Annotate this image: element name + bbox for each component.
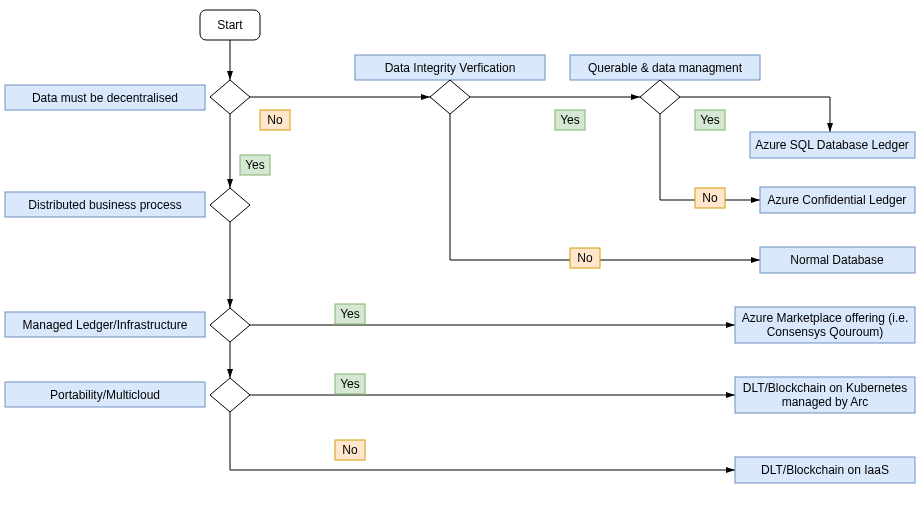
result-k8s-label2: managed by Arc — [782, 395, 869, 409]
decision-d3 — [640, 80, 680, 114]
start-label: Start — [217, 18, 243, 32]
flowchart: Start Data must be decentralised No Data… — [0, 0, 921, 511]
decision-d5 — [210, 308, 250, 342]
decision-d1 — [210, 80, 250, 114]
no-d3-label: No — [702, 191, 718, 205]
result-iaas-label: DLT/Blockchain on IaaS — [761, 463, 889, 477]
yes-d3-label: Yes — [700, 113, 720, 127]
question-integrity-label: Data Integrity Verfication — [385, 61, 516, 75]
yes-d5-label: Yes — [340, 307, 360, 321]
decision-d4 — [210, 188, 250, 222]
question-querable-label: Querable & data managment — [588, 61, 743, 75]
yes-d6-label: Yes — [340, 377, 360, 391]
question-decentralised-label: Data must be decentralised — [32, 91, 178, 105]
decision-d6 — [210, 378, 250, 412]
decision-d2 — [430, 80, 470, 114]
yes-d2-label: Yes — [560, 113, 580, 127]
no-d1-label: No — [267, 113, 283, 127]
result-normal-db-label: Normal Database — [790, 253, 884, 267]
question-managed-label: Managed Ledger/Infrastructure — [23, 318, 188, 332]
no-d2-label: No — [577, 251, 593, 265]
result-marketplace-label1: Azure Marketplace offering (i.e. — [742, 311, 909, 325]
result-sql-ledger-label: Azure SQL Database Ledger — [755, 138, 909, 152]
yes-d1-label: Yes — [245, 158, 265, 172]
result-marketplace-label2: Consensys Qouroum) — [767, 325, 884, 339]
edge-d2-r3 — [450, 114, 760, 260]
edge-d6-r6 — [230, 412, 735, 470]
question-portability-label: Portability/Multicloud — [50, 388, 160, 402]
no-d6-label: No — [342, 443, 358, 457]
result-confidential-label: Azure Confidential Ledger — [768, 193, 907, 207]
question-distributed-label: Distributed business process — [28, 198, 181, 212]
result-k8s-label1: DLT/Blockchain on Kubernetes — [743, 381, 908, 395]
